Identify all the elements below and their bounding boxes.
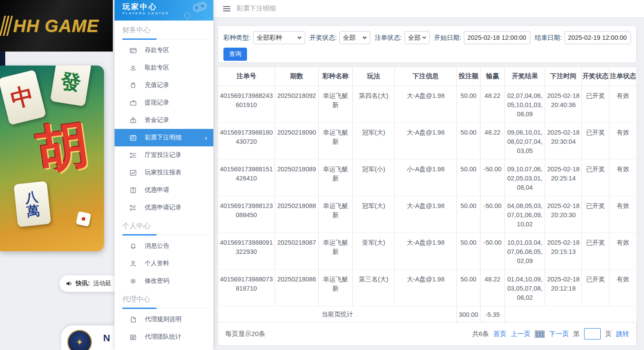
sidebar-item-label: 优惠申请: [145, 186, 169, 194]
sidebar-item-withdraw[interactable]: 取款专区: [115, 59, 213, 76]
lottery-type-label: 彩种类型:: [223, 34, 251, 42]
table-cell: 01,04,10,09,03,05,07,08,06,02: [505, 270, 545, 306]
column-header: 玩法: [353, 67, 395, 86]
search-button[interactable]: 查询: [223, 48, 247, 61]
sidebar-item-lottery-bet-detail[interactable]: 彩票下注明细›: [115, 129, 213, 146]
chevron-down-icon: [422, 35, 426, 40]
table-cell: 有效: [609, 196, 637, 233]
sidebar-item-promo-apply[interactable]: 优惠申请: [115, 181, 213, 199]
table-cell: 有效: [609, 233, 637, 270]
agent-rules-icon: [129, 316, 137, 323]
table-cell: 有效: [609, 123, 637, 159]
table-cell: 20250218090: [275, 123, 319, 159]
player-bet-report-icon: [129, 169, 137, 177]
logo-text: HH GAME: [13, 16, 99, 36]
section-divider: [115, 38, 213, 40]
table-cell: 幸运飞艇新: [319, 196, 353, 233]
sidebar-subtitle: PLAYERS CENTER: [122, 11, 213, 15]
sidebar-item-label: 充值记录: [145, 81, 169, 89]
table-cell: 冠军(大): [353, 196, 395, 233]
bets-table: 注单号 期数 彩种名称 玩法 下注信息 投注额 输赢 开奖结果 下注时间 开奖状…: [218, 66, 637, 340]
site-logo: HH GAME: [0, 0, 113, 52]
table-cell: 09,10,07,06,02,05,03,01,08,04: [505, 159, 545, 196]
table-cell: 48.22: [480, 123, 505, 159]
table-cell: 已开奖: [582, 233, 609, 270]
order-status-select[interactable]: 全部: [404, 31, 430, 44]
sidebar-item-withdrawal-record[interactable]: 提现记录: [115, 94, 213, 111]
logo-bars-icon: [0, 16, 13, 36]
sidebar-item-change-password[interactable]: 修改密码: [115, 272, 213, 290]
table-cell: 2025-02-18 20:40:36: [545, 86, 582, 123]
sidebar-item-agent-rules[interactable]: 代理规则说明: [115, 311, 213, 328]
table-cell: 50.00: [457, 86, 480, 123]
sidebar-item-promo-apply-record[interactable]: 优惠申请记录: [115, 199, 213, 216]
table-cell: 2025-02-18 20:15:13: [545, 233, 582, 270]
sidebar-item-label: 玩家投注报表: [145, 169, 181, 177]
table-cell: 20250218086: [275, 270, 319, 306]
page-jump-input[interactable]: [584, 328, 601, 340]
sidebar-item-agent-team-stats[interactable]: 代理团队统计: [115, 328, 213, 346]
table-cell: 2025-02-18 20:30:04: [545, 123, 582, 159]
sidebar-item-player-bet-report[interactable]: 玩家投注报表: [115, 164, 213, 181]
summary-empty: [505, 306, 637, 323]
table-cell: 20250218088: [275, 196, 319, 233]
sidebar-item-label: 消息公告: [145, 242, 169, 250]
pagination-bar: 每页显示20条 共6条 首页 上一页 [1] 下一页 第 页 跳转: [218, 322, 637, 346]
table-cell: 小-A盘@1.98: [395, 159, 457, 196]
section-divider: [115, 308, 213, 309]
total-count: 共6条: [472, 330, 489, 338]
jump-link[interactable]: 跳转: [616, 330, 629, 338]
content-topbar: 彩票下注明细: [213, 0, 644, 17]
table-cell: 幸运飞艇新: [319, 86, 353, 123]
table-cell: 幸运飞艇新: [319, 123, 353, 159]
table-cell: 401569173988243601910: [218, 86, 275, 123]
table-header-row: 注单号 期数 彩种名称 玩法 下注信息 投注额 输赢 开奖结果 下注时间 开奖状…: [218, 67, 637, 86]
ticker-label: 快讯:: [76, 280, 90, 288]
table-cell: 大-A盘@1.98: [395, 86, 457, 123]
profile-icon: [129, 260, 137, 267]
end-date-input[interactable]: [564, 31, 631, 44]
current-page[interactable]: [1]: [535, 330, 545, 338]
column-header: 开奖状态: [582, 67, 609, 86]
sidebar-item-deposit[interactable]: 存款专区: [115, 42, 213, 59]
table-cell: 401569173988073818710: [218, 270, 275, 306]
deposit-icon: [129, 47, 137, 54]
draw-status-select[interactable]: 全部: [339, 31, 370, 44]
prev-page-link[interactable]: 上一页: [511, 330, 530, 338]
promo-character: 胡: [32, 110, 93, 186]
table-row: 40156917398809132293020250218087幸运飞艇新亚军(…: [218, 233, 637, 270]
first-page-link[interactable]: 首页: [493, 330, 506, 338]
table-cell: 大-A盘@1.98: [395, 270, 457, 306]
table-cell: -50.00: [480, 233, 505, 270]
table-cell: 幸运飞艇新: [319, 233, 353, 270]
table-cell: 401569173988151426410: [218, 159, 275, 196]
promo-card: ✦ N: [61, 326, 115, 350]
table-cell: 2025-02-18 20:25:14: [545, 159, 582, 196]
sidebar-item-recharge-record[interactable]: 充值记录: [115, 76, 213, 94]
table-row: 40156917398815142641020250218089幸运飞艇新冠军(…: [218, 159, 637, 196]
menu-toggle-icon[interactable]: [223, 6, 230, 11]
start-date-input[interactable]: [464, 31, 530, 44]
sidebar-item-funds-record[interactable]: 资金记录: [115, 111, 213, 129]
sidebar-item-hall-bet-record[interactable]: 厅室投注记录: [115, 146, 213, 164]
sidebar-item-profile[interactable]: 个人资料: [115, 255, 213, 272]
next-page-link[interactable]: 下一页: [549, 330, 569, 338]
table-cell: 20250218092: [275, 86, 319, 123]
section-title: 财务中心: [122, 26, 205, 35]
sidebar-item-message[interactable]: 消息公告: [115, 237, 213, 255]
draw-status-label: 开奖状态:: [310, 34, 337, 42]
table-cell: 有效: [609, 159, 637, 196]
table-cell: 04,08,05,03,07,01,06,09,10,02: [505, 196, 545, 233]
lottery-type-select[interactable]: 全部彩种: [253, 31, 305, 44]
dice-icon: [76, 211, 91, 227]
start-date-label: 开始日期:: [434, 34, 461, 42]
sidebar-item-label: 代理团队统计: [145, 333, 181, 341]
sidebar-item-label: 修改密码: [145, 277, 169, 285]
table-row: 40156917398824360191020250218092幸运飞艇新第四名…: [218, 86, 637, 123]
section-title: 个人中心: [122, 222, 205, 231]
chevron-down-icon: [297, 35, 302, 40]
summary-winloss: -5.35: [480, 306, 505, 323]
hall-bet-record-icon: [129, 152, 137, 159]
jump-suffix: 页: [605, 330, 612, 338]
sidebar-item-label: 彩票下注明细: [145, 134, 181, 142]
